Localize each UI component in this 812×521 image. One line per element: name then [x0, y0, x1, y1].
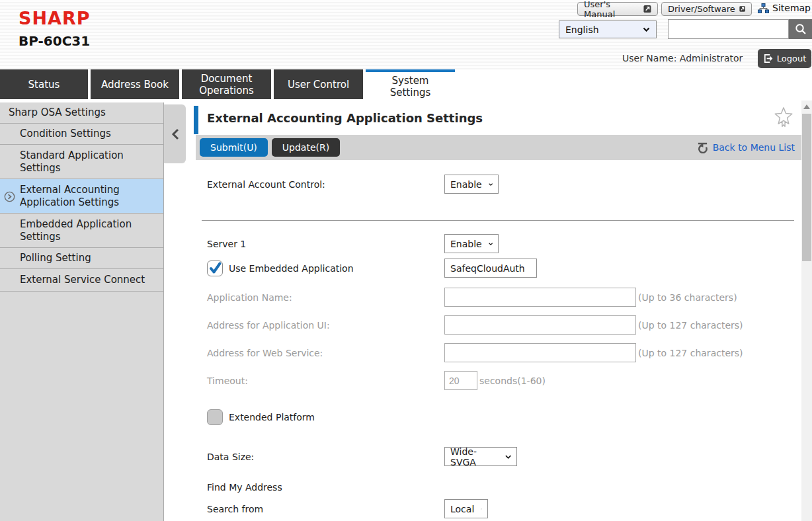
use-embedded-application-group: Use Embedded Application: [207, 260, 444, 276]
find-my-address-label: Find My Address: [207, 482, 444, 493]
update-button[interactable]: Update(R): [272, 138, 340, 157]
sidebar-item-label: External Service Connect: [20, 274, 145, 286]
row-application-name: Application Name: (Up to 36 characters): [207, 288, 737, 307]
sidebar-collapse-button[interactable]: [164, 104, 186, 163]
tab-user-control[interactable]: User Control: [274, 69, 363, 99]
row-timeout: Timeout: seconds(1-60): [207, 371, 546, 390]
application-name-label: Application Name:: [207, 292, 444, 303]
application-name-hint: (Up to 36 characters): [638, 292, 737, 303]
select-value: Enable: [450, 179, 482, 190]
favorite-star-icon[interactable]: [774, 106, 793, 128]
timeout-input[interactable]: [444, 371, 477, 390]
users-manual-button[interactable]: User's Manual: [577, 2, 658, 16]
chevron-down-icon: [481, 507, 482, 511]
search-from-select[interactable]: Local: [444, 499, 488, 518]
model-name: BP-60C31: [19, 33, 90, 49]
sitemap-label: Sitemap: [772, 3, 811, 13]
select-value: Wide-SVGA: [450, 446, 499, 467]
logout-icon: [763, 54, 773, 63]
chevron-down-icon: [505, 455, 511, 459]
sidebar: Sharp OSA Settings Condition Settings St…: [0, 102, 164, 521]
sidebar-item-sharp-osa-settings[interactable]: Sharp OSA Settings: [0, 102, 163, 124]
external-account-control-select[interactable]: Enable: [444, 175, 499, 194]
search-input[interactable]: [668, 19, 789, 39]
row-data-size: Data Size: Wide-SVGA: [207, 447, 517, 466]
sidebar-item-condition-settings[interactable]: Condition Settings: [0, 124, 163, 145]
back-icon: [696, 142, 709, 153]
action-toolbar: Submit(U) Update(R) Back to Menu List: [196, 135, 801, 160]
sidebar-item-embedded-application-settings[interactable]: Embedded Application Settings: [0, 214, 163, 248]
embedded-application-select[interactable]: SafeqCloudAuth: [444, 259, 537, 278]
header: SHARP BP-60C31 User's Manual Driver/Soft…: [0, 0, 812, 69]
driver-software-label: Driver/Software: [668, 4, 735, 14]
application-name-input[interactable]: [444, 288, 636, 307]
language-value: English: [565, 24, 599, 35]
sidebar-item-external-service-connect[interactable]: External Service Connect: [0, 269, 163, 292]
chevron-down-icon: [643, 27, 650, 32]
row-server1: Server 1 Enable: [207, 234, 499, 253]
submit-button[interactable]: Submit(U): [200, 138, 268, 157]
scroll-up-icon[interactable]: [803, 104, 810, 109]
address-web-service-input[interactable]: [444, 343, 636, 362]
back-to-menu-list-label: Back to Menu List: [713, 142, 795, 153]
address-web-service-hint: (Up to 127 characters): [638, 348, 743, 358]
sidebar-item-label: Sharp OSA Settings: [9, 106, 106, 119]
tab-document-operations[interactable]: Document Operations: [182, 69, 271, 99]
sidebar-item-label: Polling Setting: [20, 252, 91, 264]
sidebar-item-label: Condition Settings: [20, 128, 111, 140]
sharp-logo: SHARP: [19, 8, 91, 28]
selected-item-icon: [4, 191, 15, 202]
sidebar-item-label: Embedded Application Settings: [20, 218, 159, 243]
server1-label: Server 1: [207, 239, 444, 249]
main-tabbar: Status Address Book Document Operations …: [0, 69, 812, 100]
external-link-icon: [739, 5, 745, 13]
server1-select[interactable]: Enable: [444, 234, 499, 253]
logout-button[interactable]: Logout: [758, 49, 811, 68]
tab-system-settings[interactable]: System Settings: [366, 69, 455, 100]
row-external-account-control: External Account Control: Enable: [207, 175, 499, 194]
row-search-from: Search from Local: [207, 499, 488, 518]
data-size-select[interactable]: Wide-SVGA: [444, 447, 517, 466]
sidebar-item-standard-application-settings[interactable]: Standard Application Settings: [0, 145, 163, 179]
section-divider: [202, 220, 794, 221]
language-select[interactable]: English: [559, 20, 657, 38]
address-application-ui-input[interactable]: [444, 315, 636, 335]
scrollbar-thumb[interactable]: [802, 114, 811, 261]
use-embedded-application-label: Use Embedded Application: [229, 263, 354, 274]
tab-address-book[interactable]: Address Book: [91, 69, 179, 99]
tab-label: Status: [28, 79, 60, 91]
select-value: Enable: [450, 239, 482, 249]
tab-status[interactable]: Status: [0, 69, 88, 99]
row-address-application-ui: Address for Application UI: (Up to 127 c…: [207, 315, 743, 335]
tab-label: Address Book: [101, 79, 169, 91]
sidebar-item-external-accounting-application-settings[interactable]: External Accounting Application Settings: [0, 179, 163, 214]
search-from-label: Search from: [207, 504, 444, 514]
driver-software-button[interactable]: Driver/Software: [661, 2, 752, 16]
select-value: SafeqCloudAuth: [450, 263, 525, 274]
sidebar-item-polling-setting[interactable]: Polling Setting: [0, 248, 163, 269]
check-icon: [207, 260, 223, 276]
row-address-web-service: Address for Web Service: (Up to 127 char…: [207, 343, 743, 362]
row-use-embedded-application: Use Embedded Application SafeqCloudAuth: [207, 259, 537, 278]
extended-platform-label: Extended Platform: [229, 412, 315, 422]
tab-label: Document Operations: [187, 73, 266, 97]
select-value: Local: [450, 504, 474, 514]
external-link-icon: [643, 5, 651, 13]
search-button[interactable]: [789, 19, 812, 39]
sitemap-link[interactable]: Sitemap: [758, 3, 811, 13]
back-to-menu-list-link[interactable]: Back to Menu List: [696, 142, 797, 153]
data-size-label: Data Size:: [207, 452, 444, 462]
tab-label: System Settings: [371, 75, 450, 99]
user-name-label: User Name: Administrator: [622, 53, 743, 63]
row-extended-platform: Extended Platform: [207, 407, 315, 426]
title-accent-bar: [194, 106, 198, 134]
use-embedded-application-checkbox[interactable]: [207, 260, 223, 276]
page-title: External Accounting Application Settings: [207, 111, 483, 125]
vertical-scrollbar[interactable]: [801, 100, 812, 521]
search-icon: [795, 23, 807, 35]
address-application-ui-label: Address for Application UI:: [207, 320, 444, 331]
extended-platform-checkbox[interactable]: [207, 409, 223, 425]
chevron-left-icon: [171, 128, 180, 141]
address-web-service-label: Address for Web Service:: [207, 348, 444, 358]
timeout-suffix: seconds(1-60): [479, 376, 546, 386]
